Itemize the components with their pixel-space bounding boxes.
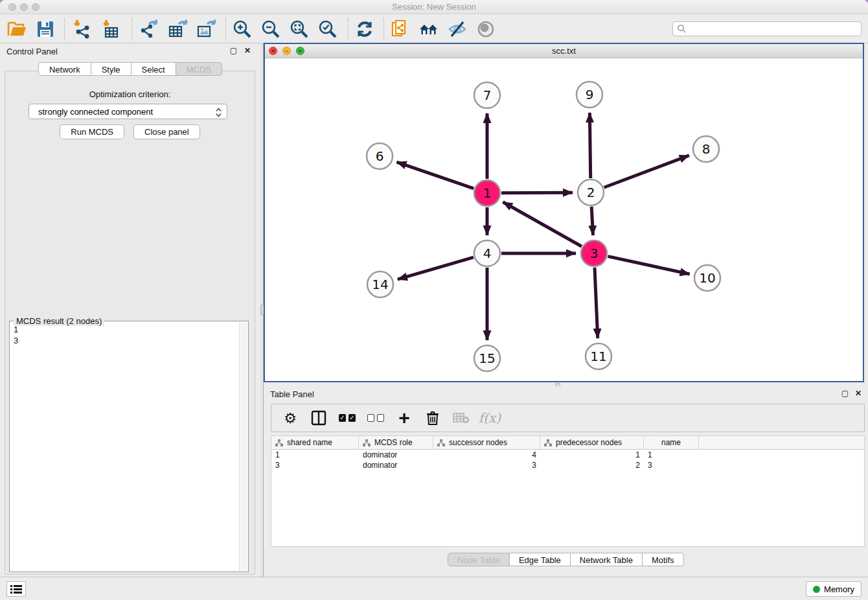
column-header[interactable]: predecessor nodes [540, 436, 644, 449]
column-header[interactable]: shared name [271, 436, 359, 449]
table-cell[interactable]: dominator [359, 450, 433, 460]
graph-node-label: 3 [590, 246, 599, 261]
graph-node-label: 6 [376, 148, 384, 164]
hide-selected-icon[interactable] [447, 19, 468, 40]
column-header-label: successor nodes [449, 438, 507, 447]
close-panel-icon[interactable]: ✕ [244, 47, 251, 54]
zoom-in-icon[interactable] [232, 19, 253, 40]
table-header-row: shared nameMCDS rolesuccessor nodesprede… [271, 436, 864, 450]
table-cell[interactable]: 1 [540, 450, 644, 460]
tab-motifs[interactable]: Motifs [643, 553, 684, 566]
table-cell[interactable]: 1 [271, 450, 359, 460]
search-field[interactable] [672, 21, 862, 36]
screen: Session: New Session [0, 0, 868, 600]
column-header[interactable]: successor nodes [433, 436, 540, 449]
show-all-icon[interactable] [475, 19, 496, 40]
zoom-out-icon[interactable] [260, 19, 281, 40]
tab-select[interactable]: Select [131, 62, 176, 76]
optimization-criterion-label: Optimization criterion: [5, 89, 255, 99]
table-toolbar: ⚙ ✓ ✓ + f(x) [271, 404, 865, 432]
column-header-label: name [661, 438, 681, 447]
table-cell[interactable]: 1 [644, 450, 699, 460]
close-panel-button[interactable]: Close panel [133, 124, 200, 139]
import-table-icon[interactable] [100, 19, 121, 40]
graph-node-label: 1 [483, 185, 492, 201]
delete-column-icon[interactable] [424, 410, 441, 426]
network-window-titlebar[interactable]: ✕ − + scc.txt [265, 44, 863, 58]
graph-node-label: 11 [590, 349, 606, 364]
table-cell[interactable]: 3 [433, 460, 540, 470]
optimization-criterion-select[interactable]: strongly connected component [29, 104, 227, 119]
export-image-icon[interactable] [196, 19, 216, 40]
control-panel-header: Control Panel ▢ ✕ [0, 43, 260, 59]
float-table-panel-icon[interactable]: ▢ [841, 389, 849, 397]
checked-box-icon: ✓ [348, 414, 356, 422]
export-table-icon[interactable] [167, 19, 188, 40]
graph-edge-4-14 [398, 257, 474, 279]
select-all-columns-icon[interactable]: ✓ ✓ [339, 410, 356, 426]
open-session-icon[interactable] [6, 19, 27, 40]
search-input[interactable] [687, 22, 861, 36]
float-panel-icon[interactable]: ▢ [230, 47, 237, 54]
toolbar-separator [348, 18, 348, 40]
hierarchy-icon [275, 439, 283, 446]
table-cell[interactable]: dominator [359, 460, 433, 470]
app-title: Session: New Session [0, 2, 868, 12]
tab-node-table[interactable]: Node Table [448, 553, 510, 566]
tab-mcds[interactable]: MCDS [176, 62, 222, 76]
hierarchy-icon [544, 439, 552, 446]
search-icon [677, 24, 687, 34]
tab-network[interactable]: Network [38, 62, 91, 76]
duplicate-network-icon[interactable] [390, 19, 411, 40]
hierarchy-icon [437, 439, 445, 446]
network-graph: 7968124314101511 [265, 58, 863, 381]
column-header[interactable]: name [644, 436, 699, 449]
control-panel-title: Control Panel [6, 47, 58, 56]
table-row[interactable]: 1dominator411 [271, 450, 864, 460]
graph-node-label: 10 [699, 270, 715, 286]
save-session-icon[interactable] [35, 19, 56, 40]
zoom-fit-icon[interactable] [289, 19, 310, 40]
memory-button[interactable]: Memory [806, 581, 862, 597]
column-header[interactable]: MCDS role [359, 436, 433, 449]
tab-network-table[interactable]: Network Table [571, 553, 643, 566]
tab-edge-table[interactable]: Edge Table [510, 553, 571, 566]
export-network-icon[interactable] [139, 19, 159, 40]
graph-edge-3-11 [595, 268, 598, 338]
toolbar-separator [131, 18, 132, 40]
table-cell[interactable]: 3 [271, 460, 359, 470]
tab-style[interactable]: Style [91, 62, 131, 76]
select-stepper-icon [215, 107, 222, 120]
delete-table-icon [453, 410, 470, 426]
graph-edge-2-9 [589, 113, 590, 178]
main-toolbar [0, 14, 868, 43]
close-table-panel-icon[interactable]: ✕ [855, 389, 862, 397]
mcds-result-scrollbar[interactable] [239, 322, 247, 571]
table-panel: Table Panel ▢ ✕ ⚙ ✓ ✓ + f(x) [264, 386, 868, 577]
network-window-title: scc.txt [265, 46, 863, 56]
toolbar-separator [383, 18, 384, 40]
network-canvas[interactable]: 7968124314101511 [265, 58, 863, 381]
network-view-window: ✕ − + scc.txt 7968124314101511 [264, 43, 864, 382]
task-history-button[interactable] [6, 581, 26, 597]
create-column-icon[interactable]: + [396, 410, 413, 426]
table-cell[interactable]: 4 [433, 450, 540, 460]
graph-edge-1-6 [396, 162, 474, 189]
import-network-icon[interactable] [71, 19, 92, 40]
graph-node-label: 4 [483, 246, 492, 261]
zoom-selected-icon[interactable] [317, 19, 338, 40]
table-cell[interactable]: 3 [644, 460, 699, 470]
first-neighbors-icon[interactable] [418, 19, 439, 40]
unselect-all-columns-icon[interactable] [367, 410, 384, 426]
apply-layout-icon[interactable] [354, 19, 375, 40]
run-mcds-button[interactable]: Run MCDS [60, 124, 124, 139]
control-panel-tabs: Network Style Select MCDS [0, 62, 260, 76]
table-cell[interactable]: 2 [540, 460, 644, 470]
show-columns-icon[interactable] [310, 410, 327, 426]
graph-node-label: 14 [372, 277, 388, 292]
list-icon [10, 584, 22, 594]
table-row[interactable]: 3dominator323 [271, 460, 864, 470]
table-settings-icon[interactable]: ⚙ [282, 410, 299, 426]
function-builder-icon: f(x) [481, 410, 498, 426]
mcds-panel: Optimization criterion: strongly connect… [5, 71, 255, 575]
